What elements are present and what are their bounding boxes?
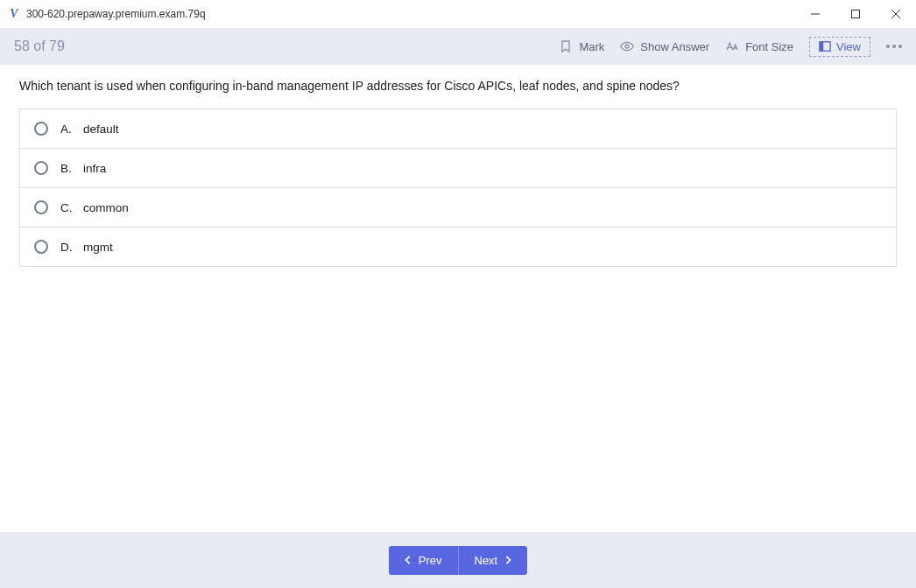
answer-text: common bbox=[83, 201, 129, 214]
prev-button[interactable]: Prev bbox=[389, 546, 459, 575]
answer-option-c[interactable]: C. common bbox=[20, 188, 896, 228]
radio-icon bbox=[34, 122, 48, 136]
answer-letter: C. bbox=[60, 201, 74, 214]
more-button[interactable] bbox=[886, 45, 902, 48]
footer: Prev Next bbox=[0, 532, 916, 588]
question-text: Which tenant is used when configuring in… bbox=[19, 79, 897, 93]
radio-icon bbox=[34, 200, 48, 214]
answer-text: default bbox=[83, 122, 119, 136]
chevron-right-icon bbox=[504, 556, 511, 564]
toolbar: 58 of 79 Mark Show Answer Font Size View bbox=[0, 28, 916, 65]
mark-button[interactable]: Mark bbox=[559, 39, 604, 53]
nav-buttons: Prev Next bbox=[389, 546, 527, 575]
content-area: Which tenant is used when configuring in… bbox=[0, 65, 916, 532]
prev-label: Prev bbox=[419, 554, 442, 567]
answer-text: mgmt bbox=[83, 241, 113, 254]
radio-icon bbox=[34, 161, 48, 175]
minimize-button[interactable] bbox=[795, 0, 835, 28]
window-controls bbox=[795, 0, 916, 28]
answer-letter: D. bbox=[60, 241, 74, 254]
close-button[interactable] bbox=[876, 0, 916, 28]
next-label: Next bbox=[475, 554, 498, 567]
answer-letter: B. bbox=[60, 162, 74, 175]
dot-icon bbox=[898, 45, 902, 48]
close-icon bbox=[891, 10, 900, 18]
progress-indicator: 58 of 79 bbox=[14, 38, 559, 54]
answer-option-b[interactable]: B. infra bbox=[20, 149, 896, 188]
window-title: 300-620.prepaway.premium.exam.79q bbox=[26, 8, 795, 20]
next-button[interactable]: Next bbox=[459, 546, 528, 575]
show-answer-label: Show Answer bbox=[640, 40, 709, 53]
maximize-button[interactable] bbox=[835, 0, 876, 28]
show-answer-button[interactable]: Show Answer bbox=[620, 39, 709, 53]
eye-icon bbox=[620, 39, 634, 53]
font-size-icon bbox=[725, 39, 739, 53]
view-icon bbox=[819, 40, 831, 52]
answers-list: A. default B. infra C. common D. mgmt bbox=[19, 108, 897, 267]
svg-point-4 bbox=[625, 45, 629, 48]
maximize-icon bbox=[851, 10, 860, 18]
answer-text: infra bbox=[83, 162, 106, 175]
dot-icon bbox=[886, 45, 890, 48]
toolbar-actions: Mark Show Answer Font Size View bbox=[559, 37, 902, 57]
dot-icon bbox=[892, 45, 896, 48]
answer-option-a[interactable]: A. default bbox=[20, 109, 896, 149]
chevron-left-icon bbox=[405, 556, 412, 564]
radio-icon bbox=[34, 240, 48, 254]
svg-rect-6 bbox=[820, 42, 823, 52]
bookmark-icon bbox=[559, 39, 573, 53]
answer-option-d[interactable]: D. mgmt bbox=[20, 228, 896, 266]
mark-label: Mark bbox=[579, 40, 604, 53]
app-icon: V bbox=[7, 7, 21, 21]
minimize-icon bbox=[811, 10, 820, 18]
answer-letter: A. bbox=[60, 122, 74, 136]
font-size-button[interactable]: Font Size bbox=[725, 39, 793, 53]
titlebar: V 300-620.prepaway.premium.exam.79q bbox=[0, 0, 916, 28]
svg-rect-1 bbox=[852, 10, 860, 18]
view-button[interactable]: View bbox=[809, 37, 870, 57]
font-size-label: Font Size bbox=[745, 40, 793, 53]
view-label: View bbox=[836, 40, 861, 53]
